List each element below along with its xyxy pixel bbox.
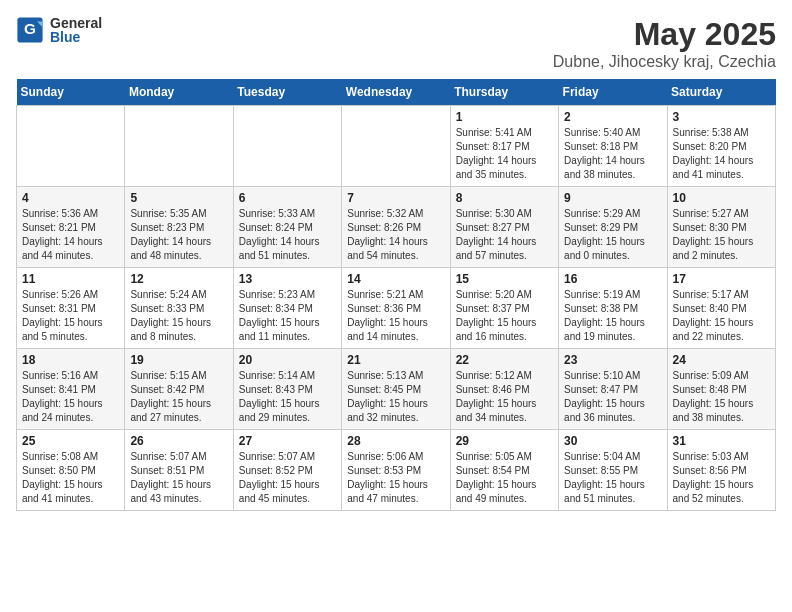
day-number: 4	[22, 191, 119, 205]
day-info: Sunrise: 5:24 AM Sunset: 8:33 PM Dayligh…	[130, 288, 227, 344]
day-info: Sunrise: 5:33 AM Sunset: 8:24 PM Dayligh…	[239, 207, 336, 263]
page-header: G General Blue May 2025 Dubne, Jihocesky…	[16, 16, 776, 71]
calendar-cell: 22Sunrise: 5:12 AM Sunset: 8:46 PM Dayli…	[450, 349, 558, 430]
calendar-cell: 2Sunrise: 5:40 AM Sunset: 8:18 PM Daylig…	[559, 106, 667, 187]
calendar-cell: 26Sunrise: 5:07 AM Sunset: 8:51 PM Dayli…	[125, 430, 233, 511]
calendar-body: 1Sunrise: 5:41 AM Sunset: 8:17 PM Daylig…	[17, 106, 776, 511]
title-section: May 2025 Dubne, Jihocesky kraj, Czechia	[553, 16, 776, 71]
logo: G General Blue	[16, 16, 102, 44]
day-info: Sunrise: 5:32 AM Sunset: 8:26 PM Dayligh…	[347, 207, 444, 263]
calendar-cell: 10Sunrise: 5:27 AM Sunset: 8:30 PM Dayli…	[667, 187, 775, 268]
day-info: Sunrise: 5:23 AM Sunset: 8:34 PM Dayligh…	[239, 288, 336, 344]
day-info: Sunrise: 5:06 AM Sunset: 8:53 PM Dayligh…	[347, 450, 444, 506]
calendar-cell	[342, 106, 450, 187]
day-number: 13	[239, 272, 336, 286]
calendar-cell: 6Sunrise: 5:33 AM Sunset: 8:24 PM Daylig…	[233, 187, 341, 268]
day-number: 28	[347, 434, 444, 448]
calendar-cell: 11Sunrise: 5:26 AM Sunset: 8:31 PM Dayli…	[17, 268, 125, 349]
day-number: 29	[456, 434, 553, 448]
day-number: 16	[564, 272, 661, 286]
day-number: 2	[564, 110, 661, 124]
day-number: 10	[673, 191, 770, 205]
calendar-cell: 5Sunrise: 5:35 AM Sunset: 8:23 PM Daylig…	[125, 187, 233, 268]
day-number: 8	[456, 191, 553, 205]
day-info: Sunrise: 5:40 AM Sunset: 8:18 PM Dayligh…	[564, 126, 661, 182]
calendar-cell: 20Sunrise: 5:14 AM Sunset: 8:43 PM Dayli…	[233, 349, 341, 430]
day-number: 19	[130, 353, 227, 367]
day-number: 14	[347, 272, 444, 286]
day-number: 3	[673, 110, 770, 124]
day-info: Sunrise: 5:27 AM Sunset: 8:30 PM Dayligh…	[673, 207, 770, 263]
calendar-subtitle: Dubne, Jihocesky kraj, Czechia	[553, 53, 776, 71]
day-info: Sunrise: 5:13 AM Sunset: 8:45 PM Dayligh…	[347, 369, 444, 425]
day-number: 18	[22, 353, 119, 367]
day-info: Sunrise: 5:38 AM Sunset: 8:20 PM Dayligh…	[673, 126, 770, 182]
day-info: Sunrise: 5:04 AM Sunset: 8:55 PM Dayligh…	[564, 450, 661, 506]
day-number: 23	[564, 353, 661, 367]
header-sunday: Sunday	[17, 79, 125, 106]
day-number: 15	[456, 272, 553, 286]
day-info: Sunrise: 5:15 AM Sunset: 8:42 PM Dayligh…	[130, 369, 227, 425]
day-info: Sunrise: 5:12 AM Sunset: 8:46 PM Dayligh…	[456, 369, 553, 425]
day-info: Sunrise: 5:30 AM Sunset: 8:27 PM Dayligh…	[456, 207, 553, 263]
calendar-week-row: 4Sunrise: 5:36 AM Sunset: 8:21 PM Daylig…	[17, 187, 776, 268]
logo-general-text: General	[50, 16, 102, 30]
logo-icon: G	[16, 16, 44, 44]
header-wednesday: Wednesday	[342, 79, 450, 106]
calendar-cell: 1Sunrise: 5:41 AM Sunset: 8:17 PM Daylig…	[450, 106, 558, 187]
day-info: Sunrise: 5:10 AM Sunset: 8:47 PM Dayligh…	[564, 369, 661, 425]
day-number: 31	[673, 434, 770, 448]
day-number: 30	[564, 434, 661, 448]
day-info: Sunrise: 5:07 AM Sunset: 8:52 PM Dayligh…	[239, 450, 336, 506]
calendar-cell: 14Sunrise: 5:21 AM Sunset: 8:36 PM Dayli…	[342, 268, 450, 349]
day-number: 6	[239, 191, 336, 205]
calendar-cell: 28Sunrise: 5:06 AM Sunset: 8:53 PM Dayli…	[342, 430, 450, 511]
day-number: 25	[22, 434, 119, 448]
calendar-cell: 18Sunrise: 5:16 AM Sunset: 8:41 PM Dayli…	[17, 349, 125, 430]
header-saturday: Saturday	[667, 79, 775, 106]
calendar-cell: 23Sunrise: 5:10 AM Sunset: 8:47 PM Dayli…	[559, 349, 667, 430]
day-number: 12	[130, 272, 227, 286]
calendar-cell: 4Sunrise: 5:36 AM Sunset: 8:21 PM Daylig…	[17, 187, 125, 268]
calendar-cell	[233, 106, 341, 187]
calendar-table: SundayMondayTuesdayWednesdayThursdayFrid…	[16, 79, 776, 511]
calendar-cell: 13Sunrise: 5:23 AM Sunset: 8:34 PM Dayli…	[233, 268, 341, 349]
day-number: 22	[456, 353, 553, 367]
day-info: Sunrise: 5:03 AM Sunset: 8:56 PM Dayligh…	[673, 450, 770, 506]
day-info: Sunrise: 5:07 AM Sunset: 8:51 PM Dayligh…	[130, 450, 227, 506]
day-number: 21	[347, 353, 444, 367]
calendar-cell: 9Sunrise: 5:29 AM Sunset: 8:29 PM Daylig…	[559, 187, 667, 268]
header-row: SundayMondayTuesdayWednesdayThursdayFrid…	[17, 79, 776, 106]
calendar-cell: 29Sunrise: 5:05 AM Sunset: 8:54 PM Dayli…	[450, 430, 558, 511]
day-number: 27	[239, 434, 336, 448]
calendar-cell: 8Sunrise: 5:30 AM Sunset: 8:27 PM Daylig…	[450, 187, 558, 268]
calendar-cell: 12Sunrise: 5:24 AM Sunset: 8:33 PM Dayli…	[125, 268, 233, 349]
day-info: Sunrise: 5:36 AM Sunset: 8:21 PM Dayligh…	[22, 207, 119, 263]
calendar-cell: 25Sunrise: 5:08 AM Sunset: 8:50 PM Dayli…	[17, 430, 125, 511]
calendar-cell: 21Sunrise: 5:13 AM Sunset: 8:45 PM Dayli…	[342, 349, 450, 430]
header-friday: Friday	[559, 79, 667, 106]
day-number: 17	[673, 272, 770, 286]
day-info: Sunrise: 5:09 AM Sunset: 8:48 PM Dayligh…	[673, 369, 770, 425]
calendar-week-row: 18Sunrise: 5:16 AM Sunset: 8:41 PM Dayli…	[17, 349, 776, 430]
day-info: Sunrise: 5:05 AM Sunset: 8:54 PM Dayligh…	[456, 450, 553, 506]
day-info: Sunrise: 5:19 AM Sunset: 8:38 PM Dayligh…	[564, 288, 661, 344]
calendar-header: SundayMondayTuesdayWednesdayThursdayFrid…	[17, 79, 776, 106]
day-number: 7	[347, 191, 444, 205]
day-number: 9	[564, 191, 661, 205]
day-number: 20	[239, 353, 336, 367]
header-tuesday: Tuesday	[233, 79, 341, 106]
day-info: Sunrise: 5:14 AM Sunset: 8:43 PM Dayligh…	[239, 369, 336, 425]
day-info: Sunrise: 5:16 AM Sunset: 8:41 PM Dayligh…	[22, 369, 119, 425]
calendar-cell: 19Sunrise: 5:15 AM Sunset: 8:42 PM Dayli…	[125, 349, 233, 430]
calendar-cell: 16Sunrise: 5:19 AM Sunset: 8:38 PM Dayli…	[559, 268, 667, 349]
day-info: Sunrise: 5:20 AM Sunset: 8:37 PM Dayligh…	[456, 288, 553, 344]
calendar-cell: 24Sunrise: 5:09 AM Sunset: 8:48 PM Dayli…	[667, 349, 775, 430]
calendar-week-row: 11Sunrise: 5:26 AM Sunset: 8:31 PM Dayli…	[17, 268, 776, 349]
day-number: 1	[456, 110, 553, 124]
calendar-week-row: 25Sunrise: 5:08 AM Sunset: 8:50 PM Dayli…	[17, 430, 776, 511]
logo-blue-text: Blue	[50, 30, 102, 44]
day-number: 5	[130, 191, 227, 205]
calendar-cell: 17Sunrise: 5:17 AM Sunset: 8:40 PM Dayli…	[667, 268, 775, 349]
day-info: Sunrise: 5:35 AM Sunset: 8:23 PM Dayligh…	[130, 207, 227, 263]
